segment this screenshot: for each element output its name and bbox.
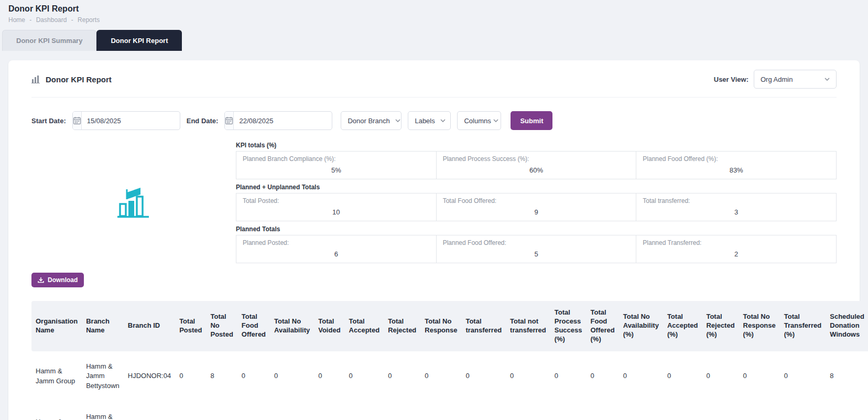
page-header: Donor KPI Report Home - Dashboard - Repo… <box>0 0 868 24</box>
breadcrumb-home[interactable]: Home <box>8 16 25 24</box>
donor-branch-label: Donor Branch <box>348 117 389 125</box>
kpi-cell: Planned Transferred: 2 <box>636 235 836 263</box>
table-cell: 0 <box>663 351 702 402</box>
column-header: Total No Availability (%) <box>619 301 663 351</box>
user-view-select[interactable]: Org Admin <box>754 70 837 89</box>
card-header: Donor KPI Report User View: Org Admin <box>31 60 837 98</box>
table-cell: 0 <box>619 351 663 402</box>
table-cell: 0 <box>270 351 314 402</box>
column-header: Total Voided <box>314 301 344 351</box>
breadcrumb-reports[interactable]: Reports <box>78 16 100 24</box>
column-header: Branch ID <box>124 301 175 351</box>
kpi-value: 2 <box>643 250 830 258</box>
column-header: Scheduled Donation Windows <box>826 301 868 351</box>
table-cell: 6 <box>206 402 237 420</box>
download-button[interactable]: Download <box>31 273 84 287</box>
user-view-label: User View: <box>714 76 748 83</box>
page-title: Donor KPI Report <box>8 4 860 14</box>
column-header: Total Posted <box>175 301 206 351</box>
table-cell: HJDONOR:04 <box>124 351 175 402</box>
column-header: Total No Response <box>420 301 461 351</box>
table-cell: Hamm & Jamm Group <box>31 402 82 420</box>
kpi-cell: Planned Branch Compliance (%): 5% <box>236 152 437 179</box>
table-cell: Hamm & Jamm Group <box>31 351 82 402</box>
column-header: Total No Posted <box>206 301 237 351</box>
table-cell: 0 <box>270 402 314 420</box>
end-date-field[interactable] <box>234 112 332 130</box>
download-label: Download <box>48 276 78 284</box>
table-cell: 0 <box>702 402 739 420</box>
table-cell: 0 <box>345 351 384 402</box>
tab-donor-kpi-report[interactable]: Donor KPI Report <box>96 30 182 51</box>
end-date-label: End Date: <box>187 117 219 125</box>
table-cell: 0 <box>314 402 344 420</box>
table-cell: 0 <box>587 351 619 402</box>
tab-bar: Donor KPI Summary Donor KPI Report <box>0 24 868 51</box>
calendar-icon[interactable] <box>73 112 82 130</box>
table-cell: 0 <box>384 351 420 402</box>
chevron-down-icon <box>395 119 400 122</box>
column-header: Total Rejected <box>384 301 420 351</box>
table-cell: 8 <box>826 351 868 402</box>
kpi-label: Total transferred: <box>643 197 830 204</box>
breadcrumb-separator: - <box>29 16 31 24</box>
table-cell: 0 <box>461 351 506 402</box>
user-view-value: Org Admin <box>761 76 793 83</box>
kpi-section-totals-pct: KPI totals (%) Planned Branch Compliance… <box>236 142 837 179</box>
kpi-label: Planned Food Offered: <box>443 239 630 246</box>
kpi-label: Planned Process Success (%): <box>443 155 630 163</box>
chevron-down-icon <box>493 119 498 122</box>
table-cell: 0 <box>550 402 587 420</box>
calendar-icon[interactable] <box>225 112 234 130</box>
table-cell: 0 <box>237 351 270 402</box>
table-cell: 0 <box>506 402 550 420</box>
table-cell: 0 <box>175 402 206 420</box>
column-header: Total Rejected (%) <box>702 301 739 351</box>
kpi-value: 3 <box>643 208 830 216</box>
column-header: Branch Name <box>82 301 124 351</box>
labels-select[interactable]: Labels <box>408 111 451 130</box>
kpi-cell: Planned Posted: 6 <box>236 235 437 263</box>
column-header: Organisation Name <box>31 301 82 351</box>
kpi-section-title: KPI totals (%) <box>236 142 837 149</box>
kpi-label: Total Posted: <box>243 197 430 204</box>
submit-button[interactable]: Submit <box>511 111 552 130</box>
table-cell: 0 <box>619 402 663 420</box>
bar-chart-icon <box>31 75 40 83</box>
chevron-down-icon <box>440 119 446 122</box>
column-header: Total not transferred <box>506 301 550 351</box>
kpi-section-title: Planned Totals <box>236 225 837 233</box>
kpi-cell: Planned Food Offered (%): 83% <box>636 152 836 179</box>
start-date-field[interactable] <box>82 112 180 130</box>
breadcrumb-dashboard[interactable]: Dashboard <box>36 16 67 24</box>
table-cell: Hamm & Jamm Bettystown <box>82 351 124 402</box>
kpi-cell: Planned Food Offered: 5 <box>437 235 637 263</box>
tab-donor-kpi-summary[interactable]: Donor KPI Summary <box>2 30 96 51</box>
donor-branch-select[interactable]: Donor Branch <box>341 111 402 130</box>
table-cell: 0 <box>780 351 826 402</box>
columns-select[interactable]: Columns <box>457 111 501 130</box>
kpi-cell: Planned Process Success (%): 60% <box>437 152 637 179</box>
table-cell: 0 <box>384 402 420 420</box>
breadcrumb-separator: - <box>71 16 73 24</box>
column-header: Total Process Success (%) <box>550 301 587 351</box>
start-date-label: Start Date: <box>31 117 66 125</box>
table-cell: 0 <box>702 351 739 402</box>
column-header: Total Accepted (%) <box>663 301 702 351</box>
table-cell: 6 <box>826 402 868 420</box>
columns-label: Columns <box>464 117 491 125</box>
table-cell: 0 <box>461 402 506 420</box>
table-cell: 8 <box>206 351 237 402</box>
table-cell: 0 <box>237 402 270 420</box>
kpi-section-title: Planned + Unplanned Totals <box>236 184 837 191</box>
start-date-input-group <box>72 111 180 130</box>
labels-label: Labels <box>415 117 435 125</box>
content-area: Donor KPI Report User View: Org Admin St… <box>0 51 868 420</box>
kpi-value: 5 <box>443 250 630 258</box>
table-cell: 0 <box>663 402 702 420</box>
kpi-value: 5% <box>243 166 430 174</box>
table-cell: Hamm & Jamm Callan <box>82 402 124 420</box>
kpi-value: 60% <box>443 166 630 174</box>
table-cell: 0 <box>420 351 461 402</box>
kpi-label: Planned Transferred: <box>643 239 830 246</box>
